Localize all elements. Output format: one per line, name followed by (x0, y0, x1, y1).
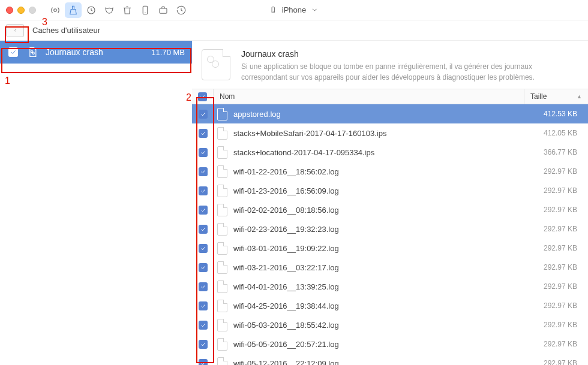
airdrop-icon[interactable] (47, 2, 64, 18)
breadcrumb-label: Caches d'utilisateur (32, 26, 100, 35)
row-checkbox-cell[interactable] (192, 129, 214, 138)
row-checkbox-cell[interactable] (192, 225, 214, 234)
row-name-cell: wifi-03-01-2016__19:09:22.log (214, 242, 524, 255)
row-checkbox-cell[interactable] (192, 244, 214, 253)
table-row[interactable]: wifi-03-21-2016__03:22:17.log292.97 KB (192, 258, 588, 277)
table-row[interactable]: appstored.log412.53 KB (192, 104, 588, 123)
file-name: wifi-01-22-2016__18:56:02.log (233, 167, 339, 176)
row-name-cell: wifi-03-21-2016__03:22:17.log (214, 261, 524, 274)
row-checkbox-cell[interactable] (192, 186, 214, 195)
sidebar: Journaux crash 11.70 MB (0, 41, 192, 365)
row-name-cell: wifi-01-22-2016__18:56:02.log (214, 165, 524, 178)
table-row[interactable]: wifi-02-23-2016__19:32:23.log292.97 KB (192, 219, 588, 239)
cleaner-icon[interactable] (65, 2, 82, 18)
row-name-cell: wifi-01-23-2016__16:56:09.log (214, 185, 524, 197)
file-size: 292.97 KB (524, 301, 588, 310)
row-checkbox[interactable] (199, 225, 208, 234)
checkmark-icon (200, 111, 206, 117)
row-checkbox[interactable] (199, 129, 208, 138)
checkmark-icon (200, 227, 206, 232)
table-row[interactable]: wifi-01-23-2016__16:56:09.log292.97 KB (192, 181, 588, 200)
row-checkbox-cell[interactable] (192, 321, 214, 330)
file-size: 292.97 KB (524, 359, 588, 365)
clock-icon[interactable] (83, 2, 100, 18)
row-checkbox[interactable] (199, 359, 208, 366)
chevron-left-icon (13, 28, 18, 33)
row-checkbox-cell[interactable] (192, 167, 214, 176)
row-checkbox[interactable] (199, 186, 208, 195)
table-row[interactable]: stacks+MobileSafari-2017-04-17-160103.ip… (192, 123, 588, 143)
table-row[interactable]: wifi-05-03-2016__18:55:42.log292.97 KB (192, 315, 588, 334)
header-checkbox-cell[interactable] (192, 89, 214, 104)
row-checkbox-cell[interactable] (192, 206, 214, 215)
row-checkbox[interactable] (199, 321, 208, 330)
tablet-icon[interactable] (137, 2, 154, 18)
table-row[interactable]: wifi-05-12-2016__22:12:09.log292.97 KB (192, 354, 588, 365)
column-header-size[interactable]: Taille ▲ (524, 89, 588, 104)
table-header: Nom Taille ▲ (192, 89, 588, 104)
row-name-cell: wifi-04-01-2016__13:39:25.log (214, 280, 524, 293)
file-size: 292.97 KB (524, 206, 588, 214)
row-checkbox-cell[interactable] (192, 359, 214, 366)
file-name: wifi-04-25-2016__19:38:44.log (233, 301, 339, 310)
column-header-name[interactable]: Nom (214, 89, 524, 104)
row-checkbox[interactable] (199, 206, 208, 215)
device-selector[interactable]: iPhone (269, 5, 319, 14)
table-row[interactable]: wifi-02-02-2016__08:18:56.log292.97 KB (192, 200, 588, 219)
table-row[interactable]: wifi-04-01-2016__13:39:25.log292.97 KB (192, 277, 588, 296)
row-checkbox[interactable] (199, 282, 208, 291)
row-checkbox-cell[interactable] (192, 110, 214, 119)
file-name: stacks+MobileSafari-2017-04-17-160103.ip… (233, 129, 386, 138)
category-size: 11.70 MB (151, 48, 185, 57)
category-name: Journaux crash (46, 47, 151, 57)
trash-icon[interactable] (119, 2, 136, 18)
file-name: wifi-01-23-2016__16:56:09.log (233, 186, 339, 195)
row-checkbox[interactable] (199, 244, 208, 253)
select-all-checkbox[interactable] (198, 92, 207, 101)
column-header-size-label: Taille (530, 92, 547, 101)
checkmark-icon (10, 49, 16, 55)
row-checkbox[interactable] (199, 340, 208, 349)
file-name: wifi-05-12-2016__22:12:09.log (233, 359, 339, 366)
row-checkbox[interactable] (199, 263, 208, 272)
minimize-window-button[interactable] (17, 7, 25, 14)
row-checkbox[interactable] (199, 301, 208, 310)
file-icon (217, 338, 227, 351)
briefcase-icon[interactable] (155, 2, 172, 18)
row-checkbox-cell[interactable] (192, 340, 214, 349)
row-checkbox-cell[interactable] (192, 263, 214, 272)
file-size: 366.77 KB (524, 148, 588, 156)
row-checkbox[interactable] (199, 167, 208, 176)
file-name: wifi-02-23-2016__19:32:23.log (233, 225, 339, 234)
details-header: Journaux crash Si une application se blo… (192, 41, 588, 89)
row-checkbox[interactable] (199, 148, 208, 157)
row-checkbox[interactable] (199, 110, 208, 119)
table-row[interactable]: wifi-05-05-2016__20:57:21.log292.97 KB (192, 334, 588, 354)
file-size: 292.97 KB (524, 263, 588, 272)
row-name-cell: wifi-05-12-2016__22:12:09.log (214, 357, 524, 366)
phone-icon (269, 6, 277, 14)
row-checkbox-cell[interactable] (192, 282, 214, 291)
table-row[interactable]: wifi-03-01-2016__19:09:22.log292.97 KB (192, 239, 588, 258)
file-size: 412.53 KB (524, 110, 588, 118)
table-row[interactable]: wifi-04-25-2016__19:38:44.log292.97 KB (192, 296, 588, 315)
table-row[interactable]: stacks+locationd-2017-04-17-095334.ips36… (192, 143, 588, 162)
category-checkbox[interactable] (8, 47, 18, 57)
back-button[interactable] (6, 24, 24, 37)
history-icon[interactable] (173, 2, 190, 18)
row-checkbox-cell[interactable] (192, 148, 214, 157)
row-name-cell: stacks+locationd-2017-04-17-095334.ips (214, 146, 524, 159)
sort-indicator-icon: ▲ (577, 93, 582, 99)
table-row[interactable]: wifi-01-22-2016__18:56:02.log292.97 KB (192, 162, 588, 181)
file-size: 292.97 KB (524, 167, 588, 176)
sidebar-item-crash-logs[interactable]: Journaux crash 11.70 MB (0, 41, 192, 64)
close-window-button[interactable] (6, 7, 13, 14)
titlebar: iPhone (0, 0, 588, 20)
row-checkbox-cell[interactable] (192, 301, 214, 310)
document-icon (26, 46, 38, 58)
content-pane: Journaux crash Si une application se blo… (192, 41, 588, 365)
file-size: 292.97 KB (524, 321, 588, 329)
checkmark-icon (200, 188, 206, 194)
mask-icon[interactable] (101, 2, 118, 18)
file-icon (217, 108, 227, 120)
